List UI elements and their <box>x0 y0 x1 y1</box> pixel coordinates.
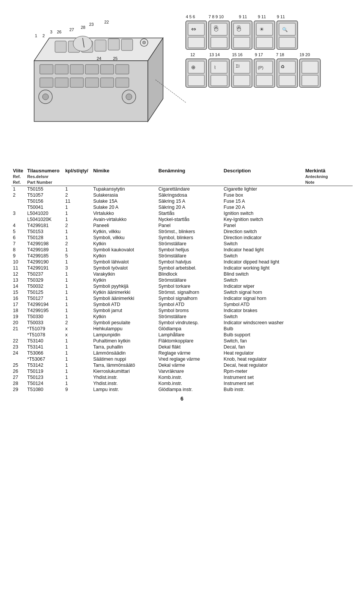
svg-rect-94 <box>302 75 318 86</box>
cell-benaming: Symbol ATD <box>157 301 222 308</box>
cell-qty: 1 <box>64 344 92 350</box>
cell-nimike: Tarra, puhallin <box>92 344 157 350</box>
svg-text:12: 12 <box>190 52 195 57</box>
page-number: 6 <box>11 396 353 402</box>
table-row: T500411Sulake 20 ASäkring 20 AFuse 20 A <box>11 204 353 210</box>
cell-number: T4299194 <box>26 301 64 308</box>
cell-description: Cigarette lighter <box>222 186 304 192</box>
cell-qty: 2 <box>64 222 92 229</box>
cell-ref: 2 <box>11 192 26 198</box>
svg-point-24 <box>42 94 49 100</box>
svg-rect-11 <box>40 65 53 74</box>
cell-qty: 1 <box>64 235 92 241</box>
table-header-row: Viite Ref. Ref. Tilausnumero Res.delsnr … <box>11 167 353 186</box>
header-qty: kpl/st/qty/ <box>64 167 92 186</box>
cell-qty: 11 <box>64 198 92 204</box>
cell-description: Indicator wiper <box>222 283 304 289</box>
cell-qty: 1 <box>64 368 92 374</box>
table-row: 9T42991855KytkinStrömställareSwitch <box>11 253 353 259</box>
svg-rect-77 <box>211 61 227 73</box>
cell-qty: 1 <box>64 308 92 314</box>
cell-benaming: Symbol halvljus <box>157 259 222 265</box>
cell-nimike: Sulake 20 A <box>92 204 157 210</box>
cell-benaming: Symbol, blinkers <box>157 235 222 241</box>
cell-description: Switch, fan <box>222 338 304 344</box>
cell-number: T51057 <box>26 192 64 198</box>
cell-note <box>304 283 353 289</box>
svg-rect-47 <box>188 37 204 48</box>
cell-description: Blind switch <box>222 271 304 277</box>
cell-description: Direction indicator <box>222 235 304 241</box>
svg-text:3: 3 <box>50 30 52 34</box>
svg-rect-20 <box>85 78 99 87</box>
svg-rect-7 <box>108 39 119 50</box>
svg-text:24: 24 <box>97 56 101 61</box>
svg-rect-14 <box>85 65 99 74</box>
cell-nimike: Symboli jarrut <box>92 308 157 314</box>
cell-ref: 19 <box>11 314 26 320</box>
cell-ref: 28 <box>11 380 26 386</box>
table-row: L5041020K1Avain-virtalukkoNyckel-startlå… <box>11 216 353 222</box>
cell-description: Rpm-meter <box>222 368 304 374</box>
cell-ref: 6 <box>11 235 26 241</box>
cell-qty: 1 <box>64 259 92 265</box>
cell-benaming: Dekal fläkt <box>157 344 222 350</box>
table-row: 4T42991812PaneeliPanelPanel <box>11 222 353 229</box>
cell-number: T50330 <box>26 314 64 320</box>
cell-nimike: Symboli pesulaite <box>92 320 157 326</box>
cell-qty: 1 <box>64 283 92 289</box>
cell-nimike: Symboli lähivalot <box>92 259 157 265</box>
svg-text:9 11: 9 11 <box>277 14 285 19</box>
cell-nimike: Sulake 15A <box>92 198 157 204</box>
svg-rect-65 <box>279 37 295 48</box>
svg-rect-79 <box>211 75 227 86</box>
cell-note <box>304 186 353 192</box>
cell-ref: 12 <box>11 271 26 277</box>
cell-note <box>304 216 353 222</box>
cell-nimike: Symboli pyyhkijä <box>92 283 157 289</box>
cell-benaming: Vred reglage värme <box>157 356 222 362</box>
table-row: 25T531421Tarra, lämmönsäätöDekal värmeDe… <box>11 362 353 368</box>
cell-qty: 1 <box>64 289 92 295</box>
cell-note <box>304 344 353 350</box>
table-row: 5T501531Kytkin, vilkkuStrömst., blinkers… <box>11 229 353 235</box>
cell-benaming: Lamphållare <box>157 332 222 338</box>
svg-text:ⓓ: ⓓ <box>237 25 241 30</box>
table-row: 29T510809Lampu instr.Glödlampa instr.Bul… <box>11 386 353 393</box>
cell-note <box>304 265 353 271</box>
svg-rect-8 <box>121 39 133 50</box>
cell-nimike: Virtalukko <box>92 210 157 216</box>
table-row: 3L50410201VirtalukkoStartlåsIgnition swi… <box>11 210 353 216</box>
cell-note <box>304 289 353 295</box>
cell-number: T4299189 <box>26 247 64 253</box>
cell-number: T53140 <box>26 338 64 344</box>
table-row: 11T42991913Symboli työvalotSymbol arbets… <box>11 265 353 271</box>
cell-number: T50128 <box>26 235 64 241</box>
cell-number: T4299185 <box>26 253 64 259</box>
table-row: 17T42991941Symboli ATDSymbol ATDSymbol A… <box>11 301 353 308</box>
svg-text:7 18: 7 18 <box>276 52 284 57</box>
table-row: 23T531411Tarra, puhallinDekal fläktDecal… <box>11 344 353 350</box>
cell-qty: 1 <box>64 301 92 308</box>
cell-benaming: Symbol signalhorn <box>157 295 222 301</box>
svg-rect-83 <box>234 75 250 86</box>
cell-benaming: Startlås <box>157 210 222 216</box>
cell-note <box>304 271 353 277</box>
cell-ref: 9 <box>11 253 26 259</box>
svg-rect-59 <box>256 23 273 35</box>
cell-benaming: Symbol torkare <box>157 283 222 289</box>
cell-ref: 8 <box>11 247 26 253</box>
svg-rect-17 <box>40 78 53 87</box>
cell-number: T50156 <box>26 198 64 204</box>
cell-note <box>304 204 353 210</box>
svg-text:23: 23 <box>89 22 94 27</box>
cell-note <box>304 198 353 204</box>
svg-text:⌇: ⌇ <box>214 65 216 70</box>
diagram-svg: 1 2 3 26 27 28 23 22 24 25 4 5 6 7 <box>11 4 353 163</box>
cell-number: T50123 <box>26 374 64 380</box>
svg-rect-45 <box>188 23 204 35</box>
header-ref: Viite Ref. Ref. <box>11 167 26 186</box>
cell-note <box>304 320 353 326</box>
cell-benaming: Säkring 20 A <box>157 204 222 210</box>
table-row: 1T501551TupakansytytinCigarettändareCiga… <box>11 186 353 192</box>
